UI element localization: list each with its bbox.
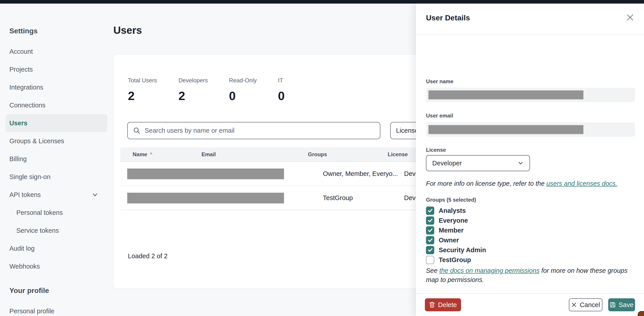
user-search-box[interactable] bbox=[127, 122, 380, 139]
column-header-email[interactable]: Email bbox=[202, 151, 308, 158]
panel-header: User Details bbox=[416, 4, 644, 35]
license-label: License bbox=[426, 147, 446, 153]
chevron-down-icon bbox=[92, 191, 98, 198]
checkbox-icon bbox=[426, 207, 434, 215]
stat-it: IT 0 bbox=[278, 77, 285, 103]
checkbox-icon bbox=[426, 216, 434, 225]
cancel-button[interactable]: Cancel bbox=[569, 298, 602, 311]
sidebar-heading-your-profile: Your profile bbox=[6, 285, 107, 295]
sidebar-item-groups-licenses[interactable]: Groups & Licenses bbox=[6, 132, 107, 150]
sidebar-item-service-tokens[interactable]: Service tokens bbox=[6, 222, 107, 239]
app-root: Settings Account Projects Integrations C… bbox=[0, 0, 644, 316]
redacted-user-email bbox=[428, 125, 584, 134]
sidebar-item-webhooks[interactable]: Webhooks bbox=[6, 257, 107, 275]
sidebar-item-single-sign-on[interactable]: Single sign-on bbox=[6, 168, 107, 186]
checkbox-icon bbox=[426, 236, 434, 244]
trash-icon bbox=[429, 302, 435, 308]
users-table: Name ^ Email Groups License Owner, Membe… bbox=[120, 147, 425, 210]
redacted-name-email bbox=[127, 169, 284, 179]
redacted-user-name bbox=[428, 90, 584, 99]
group-checkbox-everyone[interactable]: Everyone bbox=[426, 215, 486, 225]
search-icon bbox=[133, 127, 141, 135]
sidebar-item-billing[interactable]: Billing bbox=[6, 150, 107, 168]
groups-checkbox-list: Analysts Everyone Member Owner Security … bbox=[426, 206, 486, 265]
panel-title: User Details bbox=[426, 14, 470, 22]
redacted-name-email bbox=[127, 193, 284, 203]
license-select[interactable]: Developer bbox=[426, 155, 530, 171]
sidebar-item-api-tokens[interactable]: API tokens bbox=[6, 186, 107, 204]
managing-permissions-docs-link[interactable]: the docs on managing permissions bbox=[440, 267, 540, 274]
cell-groups: TestGroup bbox=[323, 194, 353, 202]
stat-developers: Developers 2 bbox=[178, 77, 229, 103]
checkbox-icon bbox=[426, 256, 434, 264]
group-checkbox-testgroup[interactable]: TestGroup bbox=[426, 255, 486, 265]
group-checkbox-security-admin[interactable]: Security Admin bbox=[426, 245, 486, 255]
chevron-down-icon bbox=[518, 160, 524, 166]
stat-read-only: Read-Only 0 bbox=[229, 77, 278, 103]
settings-sidebar: Settings Account Projects Integrations C… bbox=[0, 4, 113, 316]
page-title: Users bbox=[113, 24, 142, 36]
user-email-field[interactable] bbox=[426, 122, 635, 137]
sidebar-heading-settings: Settings bbox=[6, 26, 107, 36]
column-header-name[interactable]: Name ^ bbox=[120, 151, 202, 158]
top-window-bar bbox=[0, 0, 644, 4]
sidebar-item-projects[interactable]: Projects bbox=[6, 61, 107, 78]
delete-button[interactable]: Delete bbox=[425, 298, 461, 311]
loaded-status: Loaded 2 of 2 bbox=[128, 252, 168, 260]
users-card: Total Users 2 Developers 2 Read-Only 0 I… bbox=[113, 54, 425, 289]
users-licenses-docs-link[interactable]: users and licenses docs. bbox=[546, 180, 618, 187]
table-controls: License bbox=[127, 122, 425, 139]
group-checkbox-analysts[interactable]: Analysts bbox=[426, 206, 486, 215]
sidebar-item-personal-profile[interactable]: Personal profile bbox=[6, 302, 107, 316]
sidebar-item-users[interactable]: Users bbox=[6, 114, 107, 132]
column-header-groups[interactable]: Groups bbox=[308, 151, 388, 158]
close-icon bbox=[571, 302, 577, 307]
group-checkbox-member[interactable]: Member bbox=[426, 225, 486, 235]
user-name-field[interactable] bbox=[426, 88, 635, 102]
checkbox-icon bbox=[426, 246, 434, 254]
checkbox-icon bbox=[426, 226, 434, 234]
table-row[interactable]: Owner, Member, Everyo... Developer bbox=[120, 162, 425, 186]
corner-decoration bbox=[638, 311, 644, 316]
close-icon[interactable] bbox=[625, 13, 635, 22]
user-details-panel: User Details User name User email Licens… bbox=[416, 4, 644, 316]
user-stats: Total Users 2 Developers 2 Read-Only 0 I… bbox=[128, 77, 285, 103]
sort-ascending-icon: ^ bbox=[150, 152, 152, 157]
table-header-row: Name ^ Email Groups License bbox=[120, 147, 425, 162]
sidebar-item-connections[interactable]: Connections bbox=[6, 96, 107, 114]
panel-footer: Delete Cancel Save bbox=[416, 293, 644, 316]
sidebar-item-personal-tokens[interactable]: Personal tokens bbox=[6, 204, 107, 222]
group-checkbox-owner[interactable]: Owner bbox=[426, 235, 486, 245]
groups-label: Groups (5 selected) bbox=[426, 197, 476, 203]
stat-total-users: Total Users 2 bbox=[128, 77, 178, 103]
license-select-value: Developer bbox=[432, 160, 462, 167]
cell-groups: Owner, Member, Everyo... bbox=[323, 170, 398, 177]
save-button[interactable]: Save bbox=[608, 298, 635, 311]
user-email-label: User email bbox=[426, 113, 453, 119]
sidebar-item-audit-log[interactable]: Audit log bbox=[6, 239, 107, 257]
save-icon bbox=[610, 302, 616, 308]
table-row[interactable]: TestGroup Developer bbox=[120, 186, 425, 210]
sidebar-item-account[interactable]: Account bbox=[6, 43, 107, 61]
search-input[interactable] bbox=[145, 127, 374, 134]
sidebar-item-integrations[interactable]: Integrations bbox=[6, 78, 107, 96]
license-note: For more info on license type, refer to … bbox=[426, 179, 636, 188]
user-name-label: User name bbox=[426, 78, 454, 85]
permissions-note: See the docs on managing permissions for… bbox=[426, 266, 636, 284]
